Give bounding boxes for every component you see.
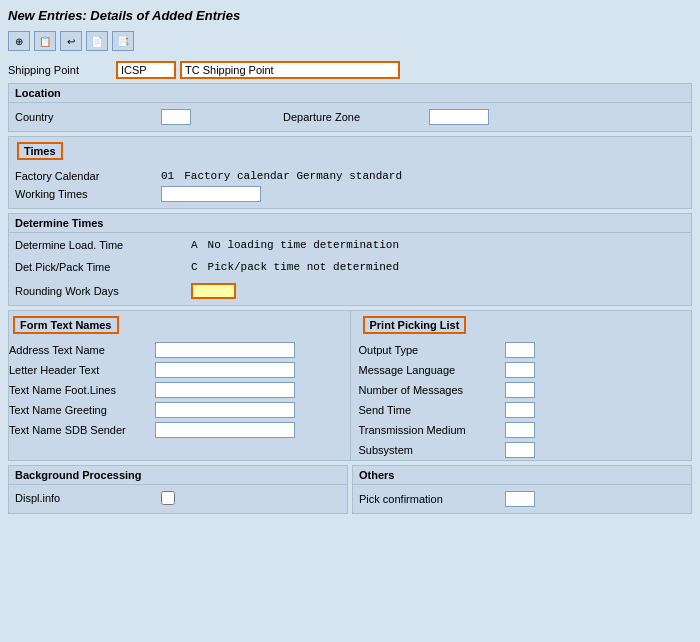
factory-calendar-desc: Factory calendar Germany standard <box>184 170 402 182</box>
title-bar: New Entries: Details of Added Entries <box>4 4 696 29</box>
times-section: Times Factory Calendar 01 Factory calend… <box>8 136 692 209</box>
transmission-label: Transmission Medium <box>359 424 499 436</box>
others-section: Others Pick confirmation <box>352 465 692 514</box>
text-foot-input[interactable] <box>155 382 295 398</box>
times-header: Times <box>17 142 63 160</box>
address-text-input[interactable] <box>155 342 295 358</box>
subsystem-row: Subsystem <box>359 440 692 460</box>
text-greeting-label: Text Name Greeting <box>9 404 149 416</box>
shipping-desc-input[interactable] <box>180 61 400 79</box>
pick-pack-desc: Pick/pack time not determined <box>208 261 399 273</box>
bottom-sections: Background Processing Displ.info Others … <box>8 465 692 514</box>
letter-header-label: Letter Header Text <box>9 364 149 376</box>
load-time-desc: No loading time determination <box>208 239 399 251</box>
working-times-row: Working Times <box>15 184 685 204</box>
shipping-code-input[interactable] <box>116 61 176 79</box>
pick-pack-row: Det.Pick/Pack Time C Pick/pack time not … <box>15 259 685 275</box>
text-sdb-input[interactable] <box>155 422 295 438</box>
transmission-input[interactable] <box>505 422 535 438</box>
output-type-row: Output Type <box>359 340 692 360</box>
factory-calendar-code: 01 <box>161 170 174 182</box>
factory-calendar-label: Factory Calendar <box>15 170 155 182</box>
print-picking-header: Print Picking List <box>363 316 467 334</box>
load-time-label: Determine Load. Time <box>15 239 185 251</box>
load-time-row: Determine Load. Time A No loading time d… <box>15 237 685 253</box>
message-lang-label: Message Language <box>359 364 499 376</box>
text-greeting-row: Text Name Greeting <box>9 400 342 420</box>
determine-times-section: Determine Times Determine Load. Time A N… <box>8 213 692 306</box>
form-print-cols: Form Text Names Address Text Name Letter… <box>9 311 691 460</box>
others-header: Others <box>353 466 691 485</box>
subsystem-label: Subsystem <box>359 444 499 456</box>
print-picking-col: Print Picking List Output Type Message L… <box>350 311 692 460</box>
output-type-input[interactable] <box>505 342 535 358</box>
toolbar-btn-1[interactable]: ⊕ <box>8 31 30 51</box>
country-row: Country Departure Zone <box>15 107 685 127</box>
pick-confirmation-label: Pick confirmation <box>359 493 499 505</box>
pick-pack-code: C <box>191 261 198 273</box>
working-times-label: Working Times <box>15 188 155 200</box>
main-window: New Entries: Details of Added Entries ⊕ … <box>0 0 700 642</box>
departure-zone-input[interactable] <box>429 109 489 125</box>
country-input[interactable] <box>161 109 191 125</box>
text-sdb-row: Text Name SDB Sender <box>9 420 342 440</box>
toolbar-btn-2[interactable]: 📋 <box>34 31 56 51</box>
times-body: Factory Calendar 01 Factory calendar Ger… <box>9 164 691 208</box>
num-messages-row: Number of Messages <box>359 380 692 400</box>
print-picking-header-wrap: Print Picking List <box>359 311 692 340</box>
departure-zone-label: Departure Zone <box>283 111 423 123</box>
num-messages-label: Number of Messages <box>359 384 499 396</box>
factory-calendar-row: Factory Calendar 01 Factory calendar Ger… <box>15 168 685 184</box>
send-time-label: Send Time <box>359 404 499 416</box>
text-foot-row: Text Name Foot.Lines <box>9 380 342 400</box>
location-section: Location Country Departure Zone <box>8 83 692 132</box>
text-foot-label: Text Name Foot.Lines <box>9 384 149 396</box>
send-time-row: Send Time <box>359 400 692 420</box>
background-section: Background Processing Displ.info <box>8 465 348 514</box>
times-header-wrap: Times <box>9 137 691 164</box>
message-lang-input[interactable] <box>505 362 535 378</box>
address-text-row: Address Text Name <box>9 340 342 360</box>
working-times-input[interactable] <box>161 186 261 202</box>
form-text-names-header: Form Text Names <box>13 316 119 334</box>
location-body: Country Departure Zone <box>9 103 691 131</box>
pick-pack-label: Det.Pick/Pack Time <box>15 261 185 273</box>
rounding-row: Rounding Work Days <box>15 281 685 301</box>
load-time-code: A <box>191 239 198 251</box>
displ-info-checkbox[interactable] <box>161 491 175 505</box>
pick-confirmation-row: Pick confirmation <box>359 489 685 509</box>
text-greeting-input[interactable] <box>155 402 295 418</box>
toolbar-btn-3[interactable]: ↩ <box>60 31 82 51</box>
rounding-label: Rounding Work Days <box>15 285 185 297</box>
country-label: Country <box>15 111 155 123</box>
form-text-col: Form Text Names Address Text Name Letter… <box>9 311 350 460</box>
toolbar-btn-5[interactable]: 📑 <box>112 31 134 51</box>
form-area: Shipping Point Location Country Departur… <box>4 57 696 514</box>
background-header: Background Processing <box>9 466 347 485</box>
determine-times-body: Determine Load. Time A No loading time d… <box>9 233 691 305</box>
form-print-section: Form Text Names Address Text Name Letter… <box>8 310 692 461</box>
letter-header-row: Letter Header Text <box>9 360 342 380</box>
page-title: New Entries: Details of Added Entries <box>8 8 240 23</box>
displ-info-label: Displ.info <box>15 492 155 504</box>
letter-header-input[interactable] <box>155 362 295 378</box>
text-sdb-label: Text Name SDB Sender <box>9 424 149 436</box>
num-messages-input[interactable] <box>505 382 535 398</box>
shipping-input-group <box>116 61 400 79</box>
toolbar-btn-4[interactable]: 📄 <box>86 31 108 51</box>
transmission-row: Transmission Medium <box>359 420 692 440</box>
others-body: Pick confirmation <box>353 485 691 513</box>
output-type-label: Output Type <box>359 344 499 356</box>
form-text-header-wrap: Form Text Names <box>9 311 342 340</box>
shipping-point-label: Shipping Point <box>8 64 108 76</box>
toolbar: ⊕ 📋 ↩ 📄 📑 <box>4 29 696 57</box>
send-time-input[interactable] <box>505 402 535 418</box>
message-lang-row: Message Language <box>359 360 692 380</box>
background-body: Displ.info <box>9 485 347 511</box>
location-header: Location <box>9 84 691 103</box>
rounding-input[interactable] <box>191 283 236 299</box>
displ-info-row: Displ.info <box>15 489 341 507</box>
shipping-row: Shipping Point <box>8 57 692 83</box>
subsystem-input[interactable] <box>505 442 535 458</box>
pick-confirmation-input[interactable] <box>505 491 535 507</box>
